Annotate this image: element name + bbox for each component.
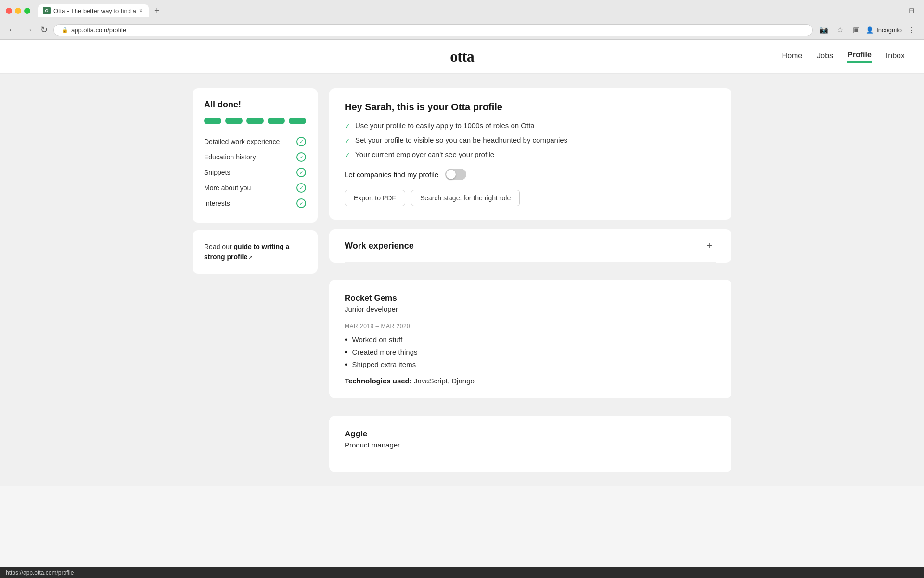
checkmark-icon-3: ✓: [345, 151, 350, 159]
nav-profile[interactable]: Profile: [847, 51, 872, 63]
checklist-label-interests: Interests: [204, 199, 230, 207]
external-link-icon: ↗: [248, 253, 253, 262]
check-icon-work: ✓: [296, 137, 306, 146]
page-wrapper: otta Home Jobs Profile Inbox All done!: [0, 40, 924, 486]
profile-intro-title: Hey Sarah, this is your Otta profile: [345, 102, 716, 113]
incognito-button[interactable]: 👤 Incognito: [866, 26, 902, 34]
nav-jobs[interactable]: Jobs: [817, 52, 833, 62]
tab-bar: O Otta - The better way to find a × +: [38, 4, 163, 17]
incognito-label: Incognito: [876, 26, 902, 34]
window-controls[interactable]: ⊟: [905, 4, 918, 17]
bookmark-icon[interactable]: ☆: [833, 23, 847, 37]
profile-check-1: ✓ Use your profile to easily apply to 10…: [345, 121, 716, 130]
progress-dot-3: [246, 118, 264, 124]
maximize-button[interactable]: [24, 8, 30, 14]
job-title-1: Junior developer: [345, 305, 716, 313]
all-done-card: All done! Detailed work experience ✓ Edu…: [192, 88, 318, 223]
main-content: All done! Detailed work experience ✓ Edu…: [173, 74, 751, 486]
progress-dots: [204, 118, 306, 124]
checklist-item-more[interactable]: More about you ✓: [204, 180, 306, 196]
nav-home[interactable]: Home: [782, 52, 803, 62]
lock-icon: 🔒: [62, 27, 68, 33]
toggle-label: Let companies find my profile: [345, 171, 438, 179]
minimize-button[interactable]: [15, 8, 21, 14]
nav-inbox[interactable]: Inbox: [886, 52, 905, 62]
tab-favicon: O: [43, 7, 51, 14]
sidebar: All done! Detailed work experience ✓ Edu…: [192, 88, 318, 472]
profile-check-text-3: Your current employer can't see your pro…: [355, 150, 494, 158]
technologies-used-1: Technologies used: JavaScript, Django: [345, 377, 716, 385]
bullet-list-1: Worked on stuff Created more things Ship…: [345, 335, 716, 369]
progress-dot-4: [268, 118, 285, 124]
checkmark-icon-1: ✓: [345, 122, 350, 130]
date-range-1: MAR 2019 – MAR 2020: [345, 323, 716, 329]
app-header: otta Home Jobs Profile Inbox: [0, 40, 924, 74]
bullet-1-1: Worked on stuff: [345, 335, 716, 344]
guide-prefix: Read our: [204, 243, 233, 250]
tab-close-icon[interactable]: ×: [139, 7, 143, 14]
menu-icon[interactable]: ⋮: [905, 23, 918, 37]
close-button[interactable]: [6, 8, 12, 14]
bullet-1-2: Created more things: [345, 348, 716, 356]
sidebar-icon[interactable]: ▣: [849, 23, 863, 37]
checklist-label-snippets: Snippets: [204, 169, 230, 176]
profile-intro-card: Hey Sarah, this is your Otta profile ✓ U…: [329, 88, 732, 220]
address-bar[interactable]: 🔒 app.otta.com/profile: [53, 24, 813, 36]
job-card-aggle: Aggle Product manager: [329, 416, 732, 472]
job-card-rocket-gems: Rocket Gems Junior developer MAR 2019 – …: [329, 280, 732, 398]
check-icon-education: ✓: [296, 152, 306, 162]
profile-actions: Export to PDF Search stage: for the righ…: [345, 190, 716, 206]
browser-chrome: O Otta - The better way to find a × + ⊟ …: [0, 0, 924, 40]
checklist-label-education: Education history: [204, 153, 256, 161]
guide-card: Read our guide to writing a strong profi…: [192, 230, 318, 274]
profile-check-text-1: Use your profile to easily apply to 1000…: [355, 121, 535, 130]
technologies-label-1: Technologies used:: [345, 377, 412, 385]
add-work-experience-button[interactable]: +: [703, 239, 716, 252]
traffic-lights: [6, 8, 30, 14]
new-tab-button[interactable]: +: [151, 5, 164, 17]
work-experience-title: Work experience: [345, 241, 414, 251]
bullet-1-3: Shipped extra items: [345, 360, 716, 369]
checklist-label-more: More about you: [204, 184, 251, 192]
profile-check-3: ✓ Your current employer can't see your p…: [345, 150, 716, 159]
find-profile-toggle[interactable]: [445, 169, 466, 180]
check-icon-interests: ✓: [296, 198, 306, 208]
check-icon-snippets: ✓: [296, 168, 306, 177]
checklist-label-work: Detailed work experience: [204, 138, 280, 145]
nav-links: Home Jobs Profile Inbox: [782, 51, 905, 63]
checklist-item-education[interactable]: Education history ✓: [204, 149, 306, 165]
all-done-title: All done!: [204, 100, 306, 110]
incognito-icon: 👤: [866, 26, 873, 34]
technologies-values-1: JavaScript, Django: [414, 377, 475, 385]
checklist-item-interests[interactable]: Interests ✓: [204, 196, 306, 211]
profile-toggle-row: Let companies find my profile: [345, 169, 716, 180]
url-text: app.otta.com/profile: [71, 26, 126, 34]
job-title-2: Product manager: [345, 441, 716, 449]
camera-icon[interactable]: 📷: [817, 23, 830, 37]
back-button[interactable]: ←: [6, 24, 18, 36]
export-pdf-button[interactable]: Export to PDF: [345, 190, 405, 206]
active-tab[interactable]: O Otta - The better way to find a ×: [38, 4, 149, 17]
company-name-2: Aggle: [345, 429, 716, 439]
progress-dot-5: [289, 118, 306, 124]
check-icon-more: ✓: [296, 183, 306, 193]
progress-dot-2: [225, 118, 243, 124]
browser-toolbar: ← → ↻ 🔒 app.otta.com/profile 📷 ☆ ▣ 👤 Inc…: [0, 20, 924, 39]
tab-title: Otta - The better way to find a: [53, 7, 136, 14]
main-panel: Hey Sarah, this is your Otta profile ✓ U…: [329, 88, 732, 472]
work-section-header: Work experience +: [345, 229, 716, 263]
forward-button[interactable]: →: [22, 24, 35, 36]
profile-check-text-2: Set your profile to visible so you can b…: [355, 136, 567, 144]
work-experience-section: Work experience +: [329, 229, 732, 263]
checklist-item-work[interactable]: Detailed work experience ✓: [204, 134, 306, 149]
profile-check-2: ✓ Set your profile to visible so you can…: [345, 136, 716, 144]
checklist-item-snippets[interactable]: Snippets ✓: [204, 165, 306, 180]
browser-actions: 📷 ☆ ▣ 👤 Incognito ⋮: [817, 23, 918, 37]
search-stage-button[interactable]: Search stage: for the right role: [411, 190, 520, 206]
progress-dot-1: [204, 118, 221, 124]
company-name-1: Rocket Gems: [345, 293, 716, 303]
checkmark-icon-2: ✓: [345, 137, 350, 144]
refresh-button[interactable]: ↻: [38, 24, 50, 36]
otta-logo: otta: [450, 48, 474, 66]
